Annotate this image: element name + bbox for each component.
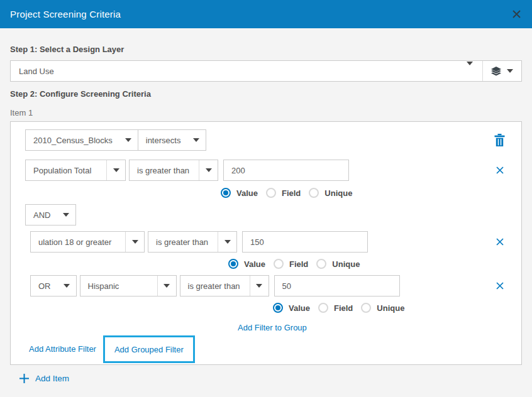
plus-icon (19, 373, 30, 384)
filter3-value-radio[interactable] (273, 303, 283, 313)
filter2-operator-value: is greater than (148, 237, 218, 247)
filter3-logic-value: OR (31, 281, 57, 291)
filter3-unique-radio[interactable] (361, 303, 371, 313)
chevron-down-icon (57, 205, 75, 225)
design-layer-select[interactable]: Land Use (10, 60, 522, 82)
chevron-down-icon (250, 276, 269, 296)
filter1-unique-radio-label: Unique (324, 188, 352, 198)
chevron-down-icon (106, 160, 125, 180)
filter2-value-input[interactable] (242, 231, 368, 253)
chevron-down-icon (157, 276, 176, 296)
add-filter-to-group-link[interactable]: Add Filter to Group (238, 323, 307, 332)
filter2-unique-radio-label: Unique (332, 259, 360, 269)
spatial-relation-dropdown[interactable]: intersects (138, 129, 207, 151)
filter3-operator-dropdown[interactable]: is greater than (180, 275, 269, 296)
filter3-field-value: Hispanic (80, 281, 157, 291)
chevron-down-icon (57, 276, 76, 296)
close-icon (495, 237, 505, 247)
close-icon (495, 281, 505, 291)
filter3-mode-row: Value Field Unique (273, 303, 505, 313)
step2-heading: Step 2: Configure Screening Criteria (10, 89, 522, 99)
dialog-body: Step 1: Select a Design Layer Land Use S… (0, 28, 532, 384)
item-panel: 2010_Census_Blocks intersects Popul (10, 121, 522, 365)
filter2-value-radio-label: Value (244, 259, 265, 269)
target-layer-dropdown[interactable]: 2010_Census_Blocks (25, 129, 138, 151)
filter3-operator-value: is greater than (180, 281, 250, 291)
add-attribute-filter-link[interactable]: Add Attribute Filter (29, 335, 96, 363)
chevron-down-icon (467, 62, 473, 76)
add-item-button[interactable]: Add Item (19, 373, 522, 384)
filter1-value-radio-label: Value (236, 188, 258, 198)
filter3-field-radio-label: Field (334, 303, 353, 313)
filter3-remove-button[interactable] (495, 281, 505, 291)
chevron-down-icon (125, 232, 144, 252)
dialog-titlebar: Project Screening Criteria (0, 0, 532, 28)
filter2-remove-button[interactable] (495, 237, 505, 247)
filter2-field-radio-label: Field (289, 259, 308, 269)
add-filter-links-row: Add Attribute Filter Add Grouped Filter (29, 335, 505, 363)
layers-icon (491, 67, 501, 76)
close-icon (495, 165, 505, 175)
add-grouped-filter-focus-box: Add Grouped Filter (103, 335, 195, 363)
chevron-down-icon (119, 130, 138, 150)
delete-item-button[interactable] (494, 134, 505, 146)
filter1-mode-row: Value Field Unique (221, 188, 505, 198)
grouped-filters: ulation 18 or greater is greater than Va (30, 231, 505, 335)
filter2-operator-dropdown[interactable]: is greater than (148, 231, 237, 253)
filter1-field-dropdown[interactable]: Population Total (25, 160, 126, 181)
item-label: Item 1 (10, 108, 522, 117)
target-layer-row: 2010_Census_Blocks intersects (25, 129, 505, 151)
filter3-field-radio[interactable] (318, 303, 328, 313)
filter1-row: Population Total is greater than (25, 160, 505, 181)
filter3-value-input[interactable] (274, 275, 400, 296)
filter3-logic-dropdown[interactable]: OR (30, 275, 77, 296)
filter1-value-input[interactable] (223, 160, 349, 181)
filter2-field-radio[interactable] (274, 259, 284, 269)
filter1-field-radio[interactable] (266, 188, 276, 198)
filter1-remove-button[interactable] (495, 165, 505, 175)
filter2-field-value: ulation 18 or greater (31, 237, 125, 247)
chevron-down-icon (507, 69, 513, 73)
filter1-field-value: Population Total (26, 166, 106, 175)
chevron-down-icon (218, 232, 236, 252)
filter1-operator-dropdown[interactable]: is greater than (129, 160, 218, 181)
filter1-field-radio-label: Field (282, 188, 301, 198)
trash-icon (494, 134, 505, 146)
logic-operator-value: AND (26, 210, 57, 220)
add-item-label: Add Item (35, 374, 69, 383)
filter3-field-dropdown[interactable]: Hispanic (80, 275, 177, 296)
logic-operator-dropdown[interactable]: AND (25, 204, 76, 226)
logic-operator-row: AND (25, 204, 505, 226)
layer-options-button[interactable] (483, 67, 521, 76)
close-icon[interactable] (512, 9, 521, 19)
filter3-unique-radio-label: Unique (377, 303, 404, 313)
filter3-row: OR Hispanic is greater than (30, 275, 505, 296)
design-layer-value: Land Use (11, 67, 457, 76)
filter1-unique-radio[interactable] (309, 188, 319, 198)
add-grouped-filter-link[interactable]: Add Grouped Filter (114, 345, 184, 354)
filter2-unique-radio[interactable] (316, 259, 326, 269)
target-layer-value: 2010_Census_Blocks (26, 136, 119, 145)
dialog-title: Project Screening Criteria (10, 9, 121, 19)
spatial-relation-value: intersects (138, 136, 187, 145)
chevron-down-icon (187, 130, 206, 150)
step1-heading: Step 1: Select a Design Layer (10, 45, 522, 54)
design-layer-caret[interactable] (457, 65, 482, 77)
filter3-value-radio-label: Value (289, 303, 310, 313)
filter1-value-radio[interactable] (221, 188, 231, 198)
filter2-field-dropdown[interactable]: ulation 18 or greater (30, 231, 145, 253)
filter2-row: ulation 18 or greater is greater than (30, 231, 505, 253)
filter1-operator-value: is greater than (130, 166, 199, 175)
chevron-down-icon (199, 160, 218, 180)
filter2-value-radio[interactable] (228, 259, 238, 269)
filter2-mode-row: Value Field Unique (228, 259, 505, 269)
